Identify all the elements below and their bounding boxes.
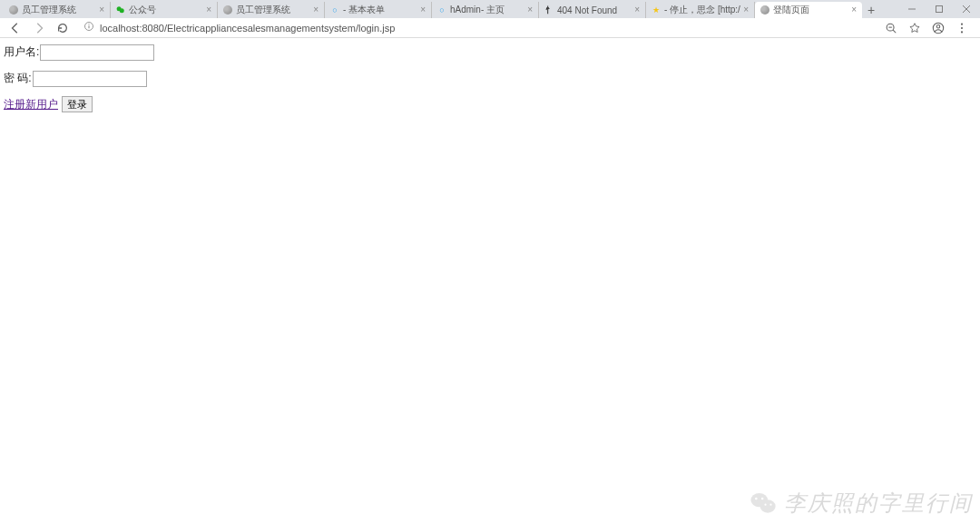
menu-dots-icon[interactable] (955, 21, 969, 35)
svg-point-16 (961, 31, 963, 33)
tab-title: - 停止，思念 [http://118 (664, 4, 740, 16)
reload-button[interactable] (54, 20, 71, 36)
close-icon[interactable]: × (420, 5, 426, 15)
globe-icon (9, 5, 18, 15)
tab-title: 员工管理系统 (236, 4, 310, 16)
password-row: 密 码: (4, 70, 976, 87)
svg-point-15 (961, 26, 963, 28)
close-icon[interactable]: × (206, 5, 211, 15)
username-row: 用户名: (4, 44, 976, 61)
browser-tab[interactable]: 员工管理系统 × (4, 2, 111, 18)
info-icon (83, 21, 94, 34)
dot-icon: ○ (330, 5, 339, 15)
star-icon: ★ (652, 5, 661, 15)
login-button[interactable]: 登录 (62, 96, 93, 112)
svg-point-8 (88, 24, 89, 24)
tab-title: - 基本表单 (343, 4, 417, 16)
svg-line-10 (893, 30, 896, 33)
wechat-logo-icon (748, 488, 779, 519)
svg-point-14 (961, 23, 963, 24)
bookmark-star-icon[interactable] (907, 21, 922, 35)
password-label: 密 码: (4, 71, 32, 86)
page-content: 用户名: 密 码: 注册新用户 登录 (0, 38, 980, 118)
tab-title: hAdmin- 主页 (450, 4, 524, 16)
close-icon[interactable]: × (634, 5, 640, 15)
browser-tab[interactable]: 忄 404 Not Found × (539, 2, 646, 18)
svg-rect-1 (936, 6, 943, 13)
zoom-icon[interactable] (884, 21, 898, 35)
svg-point-5 (120, 8, 124, 13)
tab-title: 员工管理系统 (22, 4, 96, 16)
browser-tab[interactable]: 公众号 × (111, 2, 218, 18)
globe-icon (760, 5, 769, 15)
browser-tab[interactable]: ○ hAdmin- 主页 × (432, 2, 539, 18)
tab-title: 公众号 (129, 4, 203, 16)
forward-button[interactable] (31, 20, 47, 36)
watermark-text: 李庆照的字里行间 (784, 489, 973, 518)
svg-point-19 (755, 498, 758, 500)
browser-tab-active[interactable]: 登陆页面 × (755, 2, 862, 18)
tab-bar: 员工管理系统 × 公众号 × 员工管理系统 × ○ - 基本表单 × ○ hAd… (0, 0, 980, 18)
url-field[interactable]: localhost:8080/Electricappliancesalesman… (78, 21, 877, 34)
svg-point-20 (761, 498, 764, 500)
new-tab-button[interactable]: + (862, 2, 880, 18)
minimize-button[interactable] (898, 0, 926, 18)
svg-point-18 (760, 500, 776, 512)
close-icon[interactable]: × (99, 5, 104, 15)
dot-icon: ○ (437, 5, 446, 15)
actions-row: 注册新用户 登录 (4, 96, 976, 112)
watermark: 李庆照的字里行间 (748, 488, 973, 519)
svg-point-22 (769, 504, 771, 506)
svg-point-13 (936, 24, 940, 28)
wechat-icon (116, 5, 125, 15)
browser-tab[interactable]: ○ - 基本表单 × (325, 2, 432, 18)
toolbar-right (884, 21, 973, 35)
username-input[interactable] (40, 44, 154, 61)
tab-title: 登陆页面 (773, 4, 848, 16)
maximize-button[interactable] (926, 0, 953, 18)
close-icon[interactable]: × (851, 5, 857, 15)
back-button[interactable] (7, 20, 24, 36)
browser-tab[interactable]: 员工管理系统 × (218, 2, 325, 18)
browser-tab[interactable]: ★ - 停止，思念 [http://118 × (646, 2, 755, 18)
close-icon[interactable]: × (527, 5, 533, 15)
close-window-button[interactable] (953, 0, 980, 18)
close-icon[interactable]: × (313, 5, 318, 15)
url-text: localhost:8080/Electricappliancesalesman… (100, 23, 395, 34)
tab-title: 404 Not Found (557, 5, 632, 15)
profile-icon[interactable] (931, 21, 946, 35)
password-input[interactable] (33, 71, 147, 87)
window-controls (898, 0, 980, 18)
close-icon[interactable]: × (743, 5, 749, 15)
svg-point-21 (764, 504, 766, 506)
globe-icon (223, 5, 232, 15)
username-label: 用户名: (4, 44, 39, 60)
address-bar: localhost:8080/Electricappliancesalesman… (0, 18, 980, 38)
register-link[interactable]: 注册新用户 (4, 97, 58, 112)
lt-icon: 忄 (544, 5, 554, 15)
